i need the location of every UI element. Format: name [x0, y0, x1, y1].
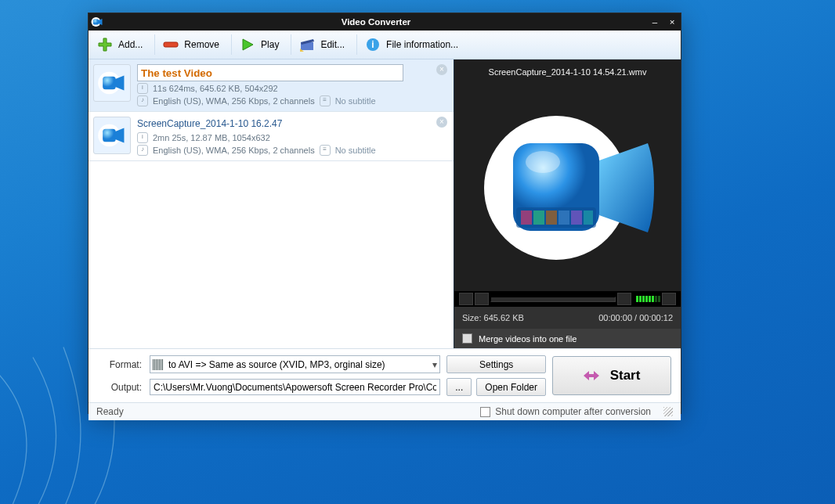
merge-label: Merge videos into one file [479, 334, 577, 344]
svg-rect-1 [93, 20, 99, 25]
item-subtitle: No subtitle [335, 96, 376, 106]
list-item[interactable]: i 11s 624ms, 645.62 KB, 504x292 ♪ Englis… [89, 59, 454, 112]
thumbnail [93, 64, 131, 102]
minus-icon [162, 36, 179, 53]
info-icon: i [364, 36, 381, 53]
preview-play-button[interactable] [459, 293, 473, 305]
preview-image [454, 85, 681, 291]
format-label: Format: [98, 359, 143, 370]
app-window: Video Converter – × Add... Remove Play [88, 13, 681, 414]
preview-time: 00:00:00 / 00:00:12 [598, 313, 673, 322]
item-title: ScreenCapture_2014-1-10 16.2.47 [137, 117, 450, 131]
item-subtitle: No subtitle [335, 146, 376, 155]
shutdown-label: Shut down computer after conversion [495, 406, 651, 417]
status-text: Ready [96, 406, 124, 417]
preview-stop-button[interactable] [475, 293, 489, 305]
svg-rect-13 [521, 211, 532, 225]
app-icon [89, 16, 106, 27]
svg-rect-7 [103, 77, 116, 90]
start-label: Start [610, 368, 641, 383]
svg-rect-16 [558, 211, 569, 225]
list-item[interactable]: ScreenCapture_2014-1-10 16.2.47 i 2mn 25… [89, 112, 454, 161]
preview-title: ScreenCapture_2014-1-10 14.54.21.wmv [454, 59, 681, 85]
clapper-icon [298, 36, 316, 53]
svg-rect-15 [546, 211, 557, 225]
item-specs: 11s 624ms, 645.62 KB, 504x292 [153, 84, 278, 93]
thumbnail [93, 117, 131, 154]
close-button[interactable]: × [663, 13, 681, 31]
status-bar: Ready Shut down computer after conversio… [89, 402, 681, 420]
chevron-down-icon: ▾ [432, 359, 437, 370]
item-specs: 2mn 25s, 12.87 MB, 1054x632 [153, 133, 270, 142]
start-button[interactable]: Start [552, 356, 671, 395]
preview-size: Size: 645.62 KB [462, 313, 524, 322]
minimize-button[interactable]: – [646, 13, 663, 31]
volume-indicator [636, 296, 660, 302]
start-icon [584, 368, 601, 383]
info-mini-icon: i [137, 132, 148, 143]
item-title-input[interactable] [137, 64, 403, 81]
fileinfo-button[interactable]: i File information... [361, 33, 466, 56]
svg-rect-2 [164, 42, 178, 47]
window-title: Video Converter [106, 17, 646, 27]
output-label: Output: [98, 382, 143, 393]
open-folder-button[interactable]: Open Folder [476, 378, 546, 396]
remove-item-button[interactable]: × [436, 64, 447, 75]
edit-label: Edit... [320, 39, 345, 50]
remove-button[interactable]: Remove [159, 33, 227, 56]
settings-button[interactable]: Settings [446, 355, 546, 373]
merge-checkbox[interactable] [462, 333, 472, 344]
format-value: to AVI => Same as source (XVID, MP3, org… [168, 359, 385, 370]
item-audio: English (US), WMA, 256 Kbps, 2 channels [153, 146, 315, 155]
plus-icon [96, 36, 114, 53]
toolbar: Add... Remove Play Edit... i [89, 31, 681, 59]
remove-item-button[interactable]: × [436, 117, 447, 128]
shutdown-checkbox[interactable] [480, 407, 490, 417]
play-label: Play [261, 39, 279, 50]
preview-fullscreen-button[interactable] [662, 293, 676, 305]
svg-text:i: i [371, 39, 374, 50]
preview-seek-slider[interactable] [490, 297, 616, 302]
format-select[interactable]: to AVI => Same as source (XVID, MP3, org… [150, 355, 440, 373]
main-area: i 11s 624ms, 645.62 KB, 504x292 ♪ Englis… [89, 59, 681, 348]
output-path-input[interactable] [150, 379, 440, 395]
fileinfo-label: File information... [386, 39, 458, 50]
item-audio: English (US), WMA, 256 Kbps, 2 channels [153, 96, 315, 106]
preview-meta: Size: 645.62 KB 00:00:00 / 00:00:12 [454, 307, 681, 329]
subtitle-mini-icon: ≡ [320, 95, 331, 106]
preview-mute-button[interactable] [617, 293, 631, 305]
browse-button[interactable]: ... [446, 378, 472, 396]
preview-controls [454, 291, 681, 307]
add-label: Add... [118, 39, 143, 50]
film-icon [153, 359, 164, 370]
resize-grip[interactable] [663, 407, 673, 416]
audio-mini-icon: ♪ [137, 95, 148, 106]
edit-button[interactable]: Edit... [295, 33, 352, 56]
svg-rect-18 [584, 211, 593, 225]
subtitle-mini-icon: ≡ [320, 145, 331, 156]
file-list: i 11s 624ms, 645.62 KB, 504x292 ♪ Englis… [89, 59, 454, 348]
add-button[interactable]: Add... [93, 33, 150, 56]
svg-rect-17 [571, 211, 582, 225]
info-mini-icon: i [137, 83, 148, 94]
output-form: Format: to AVI => Same as source (XVID, … [89, 348, 681, 402]
remove-label: Remove [184, 39, 219, 50]
play-icon [239, 36, 256, 53]
svg-rect-14 [533, 211, 544, 225]
preview-pane: ScreenCapture_2014-1-10 14.54.21.wmv [454, 59, 681, 348]
play-button[interactable]: Play [236, 33, 287, 56]
titlebar: Video Converter – × [89, 13, 681, 31]
merge-row: Merge videos into one file [454, 329, 681, 348]
audio-mini-icon: ♪ [137, 145, 148, 156]
svg-rect-9 [103, 129, 116, 142]
svg-point-19 [526, 151, 560, 173]
